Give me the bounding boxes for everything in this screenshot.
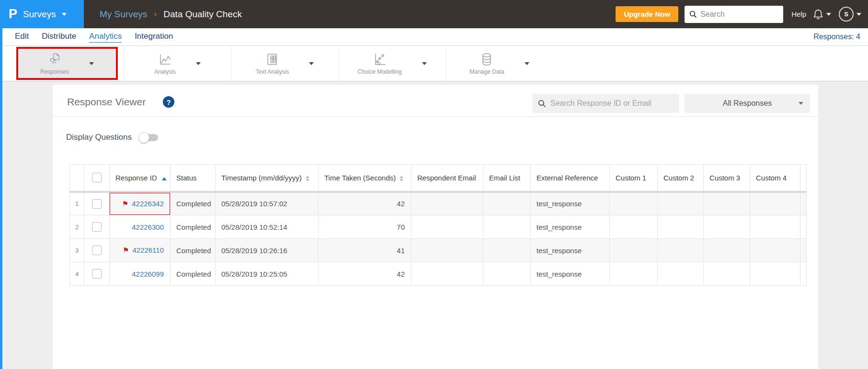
avatar[interactable]: S — [839, 7, 854, 22]
text-analysis-icon — [265, 52, 280, 67]
tab-integration[interactable]: Integration — [135, 32, 173, 42]
cell-time_taken: 42 — [319, 262, 411, 286]
toolbar-tab-label: Manage Data — [469, 68, 504, 75]
row-checkbox[interactable] — [92, 199, 102, 209]
display-questions-row: Display Questions — [66, 133, 158, 142]
cell-response_id: ⚑42226110 — [110, 239, 171, 262]
cell-external_reference: test_response — [531, 262, 610, 286]
select-all-checkbox[interactable] — [92, 173, 102, 182]
column-header-custom2[interactable]: Custom 2 — [658, 165, 704, 192]
responses-icon — [47, 52, 62, 67]
display-questions-toggle[interactable] — [139, 134, 158, 141]
column-header-custom3[interactable]: Custom 3 — [704, 165, 750, 192]
column-header-status[interactable]: Status — [171, 165, 216, 192]
response-id-link[interactable]: 42226099 — [132, 270, 164, 278]
cell-custom4 — [750, 192, 800, 215]
survey-nav: Edit Distribute Analytics Integration Re… — [2, 28, 868, 45]
table-header-row: Response IDStatusTimestamp (mm/dd/yyyy)T… — [70, 165, 807, 192]
global-search[interactable] — [685, 6, 783, 23]
row-checkbox[interactable] — [92, 222, 102, 232]
cell-checkbox[interactable] — [84, 239, 110, 262]
table-row: 442226099Completed05/28/2019 10:25:0542t… — [70, 262, 807, 286]
global-search-input[interactable] — [700, 10, 772, 19]
toolbar-tab-responses[interactable]: Responses — [16, 47, 118, 80]
chevron-down-icon[interactable] — [525, 62, 529, 65]
display-questions-label: Display Questions — [66, 133, 132, 142]
toolbar-tab-text-analysis[interactable]: Text Analysis — [231, 46, 338, 81]
toolbar-tab-analysis[interactable]: Analysis — [124, 46, 231, 81]
tab-distribute[interactable]: Distribute — [42, 32, 76, 42]
cell-response_id: 42226300 — [110, 215, 171, 239]
breadcrumb-current-survey: Data Quality Check — [163, 9, 242, 20]
notifications-bell-icon — [813, 9, 823, 20]
column-label: Status — [176, 174, 197, 182]
flag-icon: ⚑ — [122, 200, 128, 208]
search-icon — [538, 100, 546, 108]
cell-custom3 — [704, 262, 750, 286]
breadcrumb: My Surveys › Data Quality Check — [100, 9, 242, 20]
chevron-down-icon[interactable] — [309, 62, 314, 65]
row-checkbox[interactable] — [92, 246, 102, 255]
cell-status: Completed — [171, 262, 216, 286]
notifications-menu[interactable] — [813, 9, 831, 20]
product-switcher-label: Surveys — [23, 9, 56, 20]
tab-analytics[interactable]: Analytics — [89, 32, 122, 43]
cell-timestamp: 05/28/2019 10:52:14 — [216, 215, 319, 239]
column-header-num — [70, 165, 84, 192]
cell-num: 3 — [70, 239, 84, 262]
column-label: Custom 2 — [663, 174, 694, 182]
cell-external_reference: test_response — [531, 239, 610, 262]
column-header-email_list[interactable]: Email List — [483, 165, 531, 192]
product-switcher[interactable]: P Surveys — [0, 0, 84, 28]
response-filter-dropdown[interactable]: All Responses — [685, 94, 810, 113]
toolbar-tab-label: Choice Modelling — [357, 68, 401, 75]
response-id-link[interactable]: 42226342 — [132, 200, 164, 208]
table-row: 242226300Completed05/28/2019 10:52:1470t… — [70, 215, 807, 239]
row-checkbox[interactable] — [92, 269, 102, 279]
column-header-spacer — [800, 165, 807, 192]
help-icon[interactable]: ? — [163, 96, 174, 108]
cell-checkbox[interactable] — [84, 192, 110, 215]
toolbar-tab-choice-modelling[interactable]: Choice Modelling — [338, 46, 445, 81]
sort-icon — [400, 176, 403, 181]
column-header-respondent_email[interactable]: Respondent Email — [411, 165, 483, 192]
column-header-timestamp[interactable]: Timestamp (mm/dd/yyyy) — [216, 165, 319, 192]
sort-ascending-icon — [162, 177, 167, 180]
toolbar-tab-label: Responses — [40, 68, 69, 75]
column-label: Timestamp (mm/dd/yyyy) — [221, 174, 302, 182]
column-header-response_id[interactable]: Response ID — [110, 165, 171, 192]
questionpro-logo: P — [9, 8, 17, 21]
response-filter-value: All Responses — [723, 99, 772, 108]
chevron-down-icon[interactable] — [89, 62, 94, 65]
column-header-custom1[interactable]: Custom 1 — [610, 165, 658, 192]
cell-checkbox[interactable] — [84, 262, 110, 286]
cell-num: 1 — [70, 192, 84, 215]
chevron-down-icon[interactable] — [857, 13, 861, 16]
column-header-time_taken[interactable]: Time Taken (Seconds) — [319, 165, 411, 192]
column-label: Custom 4 — [756, 174, 787, 182]
response-id-link[interactable]: 42226300 — [132, 223, 164, 231]
column-label: Respondent Email — [417, 174, 476, 182]
chevron-down-icon[interactable] — [422, 62, 427, 65]
help-link[interactable]: Help — [791, 10, 806, 18]
cell-timestamp: 05/28/2019 10:25:05 — [216, 262, 319, 286]
column-label: Custom 3 — [709, 174, 740, 182]
cell-respondent_email — [411, 215, 483, 239]
response-search[interactable] — [532, 94, 679, 113]
toolbar-tab-label: Text Analysis — [256, 68, 289, 75]
cell-time_taken: 42 — [319, 192, 411, 215]
column-header-custom4[interactable]: Custom 4 — [750, 165, 800, 192]
response-id-link[interactable]: 42226110 — [132, 246, 164, 254]
tab-edit[interactable]: Edit — [15, 32, 29, 42]
cell-custom1 — [610, 262, 658, 286]
response-search-input[interactable] — [550, 99, 670, 108]
cell-respondent_email — [411, 239, 483, 262]
cell-checkbox[interactable] — [84, 215, 110, 239]
chevron-down-icon[interactable] — [196, 62, 201, 65]
sort-icon — [306, 176, 309, 181]
column-header-external_reference[interactable]: External Reference — [531, 165, 610, 192]
upgrade-now-button[interactable]: Upgrade Now — [616, 6, 678, 22]
cell-external_reference: test_response — [531, 215, 610, 239]
breadcrumb-my-surveys[interactable]: My Surveys — [100, 9, 147, 20]
toolbar-tab-manage-data[interactable]: Manage Data — [445, 46, 553, 81]
